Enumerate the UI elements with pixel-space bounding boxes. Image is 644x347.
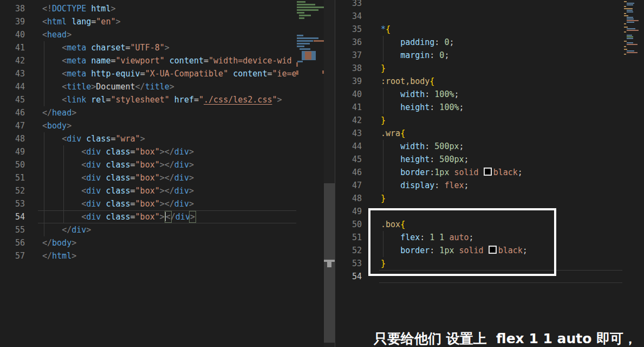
code-token: = xyxy=(194,95,199,105)
code-token: : xyxy=(430,50,434,60)
code-text: } xyxy=(381,192,386,205)
code-text: <html lang="en"> xyxy=(42,15,121,28)
code-line[interactable]: 49 <div class="box"></div> xyxy=(0,145,296,158)
code-token: div xyxy=(86,199,101,209)
code-line[interactable]: 41 height: 100%; xyxy=(336,101,622,114)
minimap-bar xyxy=(297,12,304,14)
code-token: > xyxy=(165,43,170,53)
line-number: 46 xyxy=(0,106,25,119)
code-line[interactable]: 39:root,body{ xyxy=(336,75,622,88)
code-line[interactable]: 47 display: flex; xyxy=(336,179,622,192)
code-line[interactable]: 42 <meta name="viewport" content="width=… xyxy=(0,54,296,67)
code-line[interactable]: 38<!DOCTYPE html> xyxy=(0,2,296,15)
minimap-bar xyxy=(627,11,633,12)
code-line[interactable]: 43.wra{ xyxy=(336,127,622,140)
color-swatch-icon[interactable] xyxy=(484,168,492,176)
code-line[interactable]: 33 xyxy=(336,0,622,10)
code-token: html xyxy=(47,17,67,27)
code-token: "UTF-8" xyxy=(131,43,165,53)
code-token: > xyxy=(189,186,194,196)
code-token: ; xyxy=(459,102,464,112)
code-line[interactable]: 47<body> xyxy=(0,119,296,132)
code-line[interactable]: 38} xyxy=(336,62,622,75)
code-token xyxy=(381,102,400,112)
minimap-bar xyxy=(624,54,626,55)
code-token: div xyxy=(174,160,189,170)
minimap-bar xyxy=(299,15,311,16)
code-line[interactable]: 46 border:1px solid black; xyxy=(336,166,622,179)
code-token: < xyxy=(42,121,47,131)
code-line[interactable]: 54 <div class="box"></div> xyxy=(0,210,296,223)
code-token: < xyxy=(62,134,67,144)
code-token: > xyxy=(160,212,165,222)
minimap-bar xyxy=(297,61,303,62)
code-line[interactable]: 45 height: 500px; xyxy=(336,153,622,166)
right-minimap[interactable] xyxy=(622,0,644,62)
code-token: class xyxy=(101,160,130,170)
code-token: "width=device-wid xyxy=(209,56,292,66)
code-token: height xyxy=(400,155,430,164)
code-token: div xyxy=(86,160,101,170)
line-number: 48 xyxy=(336,192,362,205)
code-line[interactable]: 42} xyxy=(336,114,622,127)
code-line[interactable]: 44 width: 500px; xyxy=(336,140,622,153)
drag-handle-icon[interactable] xyxy=(324,260,335,267)
code-token: < xyxy=(81,212,86,222)
code-token: ; xyxy=(444,50,449,60)
code-token: flex xyxy=(439,181,464,190)
code-line[interactable]: 48 <div class="wra"> xyxy=(0,132,296,145)
minimap-bar xyxy=(297,43,310,44)
code-line[interactable]: 52 <div class="box"></div> xyxy=(0,184,296,197)
left-editor-pane[interactable]: 38<!DOCTYPE html>39<html lang="en">40<he… xyxy=(0,0,296,347)
code-token: 100% xyxy=(434,102,459,112)
code-line[interactable]: 34 xyxy=(336,10,622,23)
code-token: width xyxy=(400,89,425,99)
indent-guide xyxy=(383,88,383,114)
minimap-bar xyxy=(624,13,626,14)
code-line[interactable]: 46</head> xyxy=(0,106,296,119)
code-line[interactable]: 57</html> xyxy=(0,249,296,262)
code-token: div xyxy=(174,186,189,196)
code-token xyxy=(42,43,62,53)
code-token: 1px xyxy=(434,168,449,177)
code-line[interactable]: 41 <meta charset="UTF-8"> xyxy=(0,41,296,54)
code-line[interactable]: 50 <div class="box"></div> xyxy=(0,158,296,171)
code-text: border:1px solid black; xyxy=(381,166,523,179)
code-line[interactable]: 39<html lang="en"> xyxy=(0,15,296,28)
code-token: = xyxy=(131,173,135,183)
code-token: = xyxy=(91,17,96,27)
code-token xyxy=(42,56,62,66)
minimap-bar xyxy=(297,40,313,42)
code-line[interactable]: 56</body> xyxy=(0,236,296,249)
code-line[interactable]: 40<head> xyxy=(0,28,296,41)
code-line[interactable]: 55 </div> xyxy=(0,223,296,236)
code-line[interactable]: 37 margin: 0; xyxy=(336,49,622,62)
code-token: body xyxy=(52,238,71,248)
code-token: = xyxy=(131,160,135,170)
code-line[interactable]: 36 padding: 0; xyxy=(336,36,622,49)
minimap-bar xyxy=(627,42,633,43)
code-line[interactable]: 51 <div class="box"></div> xyxy=(0,171,296,184)
code-line[interactable]: 44 <title>Document</title> xyxy=(0,80,296,93)
line-number: 52 xyxy=(0,184,25,197)
indent-guide xyxy=(383,36,383,62)
left-minimap[interactable] xyxy=(296,0,325,79)
code-text: <div class="box"></div> xyxy=(42,158,194,171)
code-text: <div class="wra"> xyxy=(42,132,145,145)
code-line[interactable]: 53 <div class="box"></div> xyxy=(0,197,296,210)
minimap-bar xyxy=(627,18,634,20)
code-line[interactable]: 35*{ xyxy=(336,23,622,36)
code-line[interactable]: 40 width: 100%; xyxy=(336,88,622,101)
code-text: <div class="box"></div> xyxy=(42,197,194,210)
line-number: 49 xyxy=(0,145,25,158)
code-line[interactable]: 45 <link rel="stylesheet" href="./css/le… xyxy=(0,93,296,106)
minimap-bar xyxy=(297,4,315,5)
left-code-area[interactable]: 38<!DOCTYPE html>39<html lang="en">40<he… xyxy=(0,2,296,262)
code-line[interactable]: 43 <meta http-equiv="X-UA-Compatible" co… xyxy=(0,67,296,80)
code-token: " xyxy=(199,95,204,105)
code-text: *{ xyxy=(381,23,391,36)
left-scrollbar[interactable] xyxy=(324,0,335,347)
editor-split-sash[interactable] xyxy=(335,0,335,347)
code-text: <body> xyxy=(42,119,71,132)
code-line[interactable]: 48} xyxy=(336,192,622,205)
